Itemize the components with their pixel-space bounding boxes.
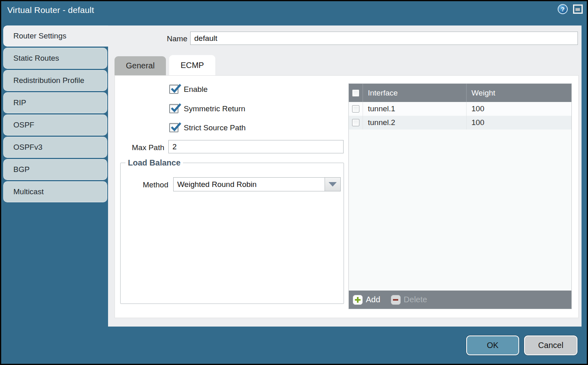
sidebar-item-label: OSPF [13, 121, 34, 129]
tab-general[interactable]: General [115, 56, 166, 75]
add-button-label: Add [366, 295, 380, 304]
window-restore-icon-inner [575, 8, 580, 11]
row-checkbox[interactable] [352, 119, 359, 126]
ecmp-tab-content: Enable Symmetric Return Strict Source Pa… [115, 75, 579, 318]
tab-general-label: General [126, 61, 155, 70]
symmetric-return-checkbox-row[interactable]: Symmetric Return [169, 104, 245, 113]
sidebar: Router Settings Static Routes Redistribu… [3, 25, 113, 204]
sidebar-item-ospfv3[interactable]: OSPFv3 [3, 137, 107, 158]
ok-button[interactable]: OK [466, 335, 519, 355]
enable-checkbox[interactable] [169, 85, 178, 94]
delete-minus-icon [391, 295, 401, 305]
select-all-checkbox[interactable] [352, 89, 359, 97]
cancel-button[interactable]: Cancel [524, 335, 577, 355]
method-dropdown[interactable]: Weighted Round Robin [173, 177, 341, 191]
checkmark-icon [170, 83, 182, 95]
cell-interface[interactable]: tunnel.1 [363, 102, 466, 116]
column-header-weight[interactable]: Weight [466, 84, 571, 102]
row-checkbox-cell [349, 102, 363, 116]
sidebar-item-redistribution-profile[interactable]: Redistribution Profile [3, 70, 107, 91]
help-glyph: ? [561, 6, 565, 13]
tab-ecmp[interactable]: ECMP [169, 55, 215, 75]
sidebar-item-router-settings[interactable]: Router Settings [3, 25, 113, 47]
column-header-interface[interactable]: Interface [363, 84, 466, 102]
load-balance-legend: Load Balance [125, 158, 183, 168]
checkmark-icon [170, 102, 182, 115]
enable-label: Enable [184, 85, 208, 94]
name-label: Name [132, 34, 187, 43]
strict-source-path-checkbox-row[interactable]: Strict Source Path [169, 123, 246, 132]
symmetric-return-checkbox[interactable] [169, 104, 178, 113]
dialog-title: Virtual Router - default [7, 5, 94, 15]
delete-button-label: Delete [404, 295, 427, 304]
chevron-down-icon [329, 182, 337, 187]
sidebar-item-label: BGP [13, 165, 30, 174]
strict-source-path-checkbox[interactable] [169, 123, 178, 132]
sidebar-item-bgp[interactable]: BGP [3, 159, 107, 180]
row-checkbox-cell [349, 116, 363, 129]
sidebar-item-label: Static Routes [13, 54, 59, 63]
method-selected-value: Weighted Round Robin [174, 178, 325, 191]
cell-interface[interactable]: tunnel.2 [363, 116, 466, 129]
enable-checkbox-row[interactable]: Enable [169, 85, 208, 94]
cell-weight[interactable]: 100 [466, 102, 571, 116]
name-input[interactable] [190, 32, 578, 45]
table-row[interactable]: tunnel.2 100 [349, 116, 571, 129]
interface-table-header: Interface Weight [349, 84, 571, 102]
sidebar-item-static-routes[interactable]: Static Routes [3, 48, 107, 69]
sidebar-item-label: Redistribution Profile [13, 76, 84, 85]
help-icon[interactable]: ? [558, 4, 568, 14]
row-checkbox[interactable] [352, 105, 359, 112]
table-toolbar: Add Delete [349, 291, 571, 309]
window-restore-icon[interactable] [573, 4, 583, 14]
max-path-label: Max Path [115, 143, 164, 152]
delete-button[interactable]: Delete [391, 295, 427, 305]
tab-bar: General ECMP [115, 55, 215, 75]
strict-source-path-label: Strict Source Path [184, 123, 246, 132]
symmetric-return-label: Symmetric Return [184, 104, 245, 113]
interface-table: Interface Weight tunnel.1 100 tunnel.2 1… [348, 83, 572, 309]
select-all-cell [349, 84, 363, 102]
add-plus-icon [353, 295, 363, 305]
table-row[interactable]: tunnel.1 100 [349, 102, 571, 116]
method-label: Method [129, 180, 168, 189]
cell-weight[interactable]: 100 [466, 116, 571, 129]
max-path-input[interactable] [168, 140, 344, 153]
sidebar-item-multicast[interactable]: Multicast [3, 181, 107, 202]
table-empty-area [349, 129, 571, 291]
main-panel: Name General ECMP Enable [108, 25, 582, 327]
sidebar-item-ospf[interactable]: OSPF [3, 115, 107, 136]
ok-button-label: OK [487, 341, 499, 350]
sidebar-item-label: Router Settings [13, 32, 66, 40]
titlebar-icons: ? [558, 4, 583, 14]
sidebar-item-rip[interactable]: RIP [3, 92, 107, 113]
sidebar-item-label: OSPFv3 [13, 143, 42, 152]
tab-ecmp-label: ECMP [180, 61, 204, 70]
virtual-router-dialog: Virtual Router - default ? Router Settin… [0, 0, 588, 365]
add-button[interactable]: Add [353, 295, 380, 305]
load-balance-fieldset: Load Balance Method Weighted Round Robin [120, 158, 344, 304]
method-dropdown-button[interactable] [325, 178, 340, 191]
cancel-button-label: Cancel [538, 341, 563, 350]
checkmark-icon [170, 121, 182, 134]
sidebar-item-label: RIP [13, 98, 26, 107]
sidebar-item-label: Multicast [13, 187, 44, 196]
